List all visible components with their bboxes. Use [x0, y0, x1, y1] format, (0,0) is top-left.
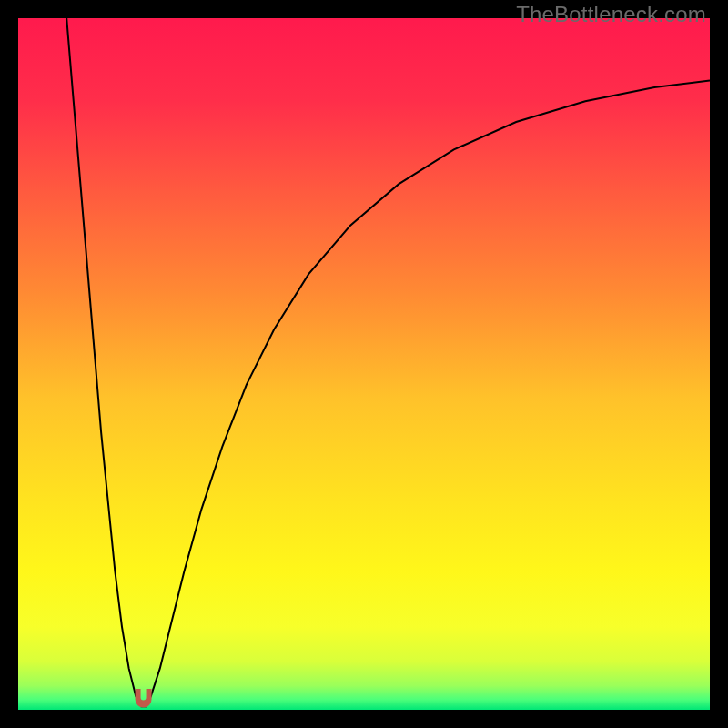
- chart-frame: [18, 18, 710, 710]
- watermark-text: TheBottleneck.com: [516, 2, 706, 27]
- gradient-background: [18, 18, 710, 710]
- chart-svg: [18, 18, 710, 710]
